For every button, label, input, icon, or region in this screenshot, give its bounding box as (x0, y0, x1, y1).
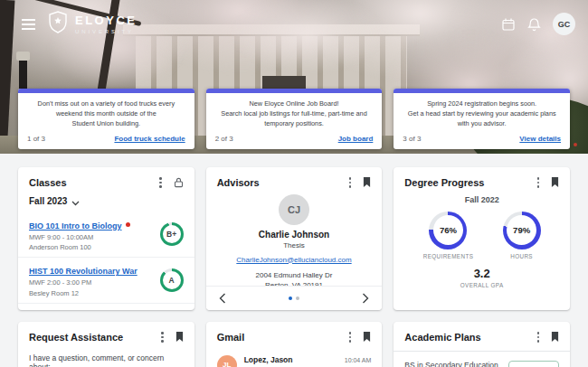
advisor-email-link[interactable]: CharlieJohnson@elluciancloud.com (236, 256, 351, 264)
class-row: ENG 200 Creative Writing TTH 10:00 - 11:… (18, 303, 194, 310)
carousel-dot[interactable] (289, 296, 292, 300)
chevron-left-icon[interactable] (219, 293, 226, 304)
card-title: Advisors (217, 177, 347, 188)
class-row: BIO 101 Intro to Biology MWF 9:00 - 10:0… (18, 212, 194, 258)
advisor-carousel (206, 286, 383, 310)
grade-value: A (163, 271, 181, 289)
request-assistance-card: Request Assistance I have a question, co… (18, 322, 194, 367)
announcement-card-2: New Eloyce Online Job Board! Search loca… (206, 89, 383, 149)
menu-icon[interactable] (22, 19, 35, 30)
photo-decoration (0, 0, 14, 154)
card-header: Gmail (206, 322, 383, 348)
progress-ring: 79% (503, 212, 541, 249)
announcement-text: Spring 2024 registration begins soon. Ge… (394, 93, 570, 131)
top-bar: ELOYCE UNIVERSITY GC (22, 11, 575, 37)
classes-card: Classes Fall 2023 BIO 101 Intro to Biolo… (18, 167, 194, 310)
carousel-dot[interactable] (296, 296, 299, 300)
announcement-card-1: Don't miss out on a variety of food truc… (18, 89, 194, 149)
plan-action-button[interactable] (508, 361, 559, 367)
announcement-line: with you advisor. (397, 119, 566, 129)
bell-icon[interactable] (527, 17, 541, 32)
food-truck-schedule-link[interactable]: Food truck schedule (114, 135, 185, 143)
kebab-menu-icon[interactable] (157, 175, 164, 190)
plan-name: BS in Secondary Education and (404, 361, 499, 367)
bookmark-icon[interactable] (175, 332, 184, 342)
card-header: Request Assistance (18, 322, 194, 348)
advisors-card: Advisors CJ Charlie Johnson Thesis Charl… (206, 167, 383, 310)
hours-progress: 79% HOURS (503, 212, 541, 259)
advisor-role: Thesis (206, 241, 383, 249)
announcement-text: New Eloyce Online Job Board! Search loca… (206, 93, 383, 131)
address-line: 2004 Edmund Halley Dr (206, 270, 383, 281)
announcement-line: Don't miss out on a variety of food truc… (22, 99, 191, 109)
requirements-progress: 76% REQUIREMENTS (423, 212, 474, 259)
lock-icon[interactable] (174, 177, 184, 188)
card-title: Academic Plans (404, 332, 535, 343)
announcement-line: Get a head start by reviewing your acade… (397, 109, 566, 119)
gpa-label: OVERALL GPA (394, 282, 570, 288)
alert-dot-icon (126, 222, 130, 227)
bookmark-icon[interactable] (551, 177, 559, 187)
grade-ring: B+ (160, 222, 184, 246)
view-details-link[interactable]: View details (519, 135, 561, 143)
class-room: Besley Room 12 (29, 289, 153, 299)
progress-label: HOURS (503, 253, 541, 259)
announcement-line: Search local job listings for full-time,… (210, 109, 379, 119)
announcement-line: Spring 2024 registration begins soon. (397, 99, 566, 109)
term-selector[interactable]: Fall 2023 (18, 193, 194, 212)
card-title: Classes (29, 177, 157, 188)
announcement-line: weekend this month outside of the (22, 109, 191, 119)
kebab-menu-icon[interactable] (347, 330, 354, 344)
kebab-menu-icon[interactable] (536, 175, 542, 190)
email-row[interactable]: JL Lopez, Jason 10:04 AM NEW Financial A… (206, 348, 383, 367)
progress-value: 79% (507, 215, 536, 245)
progress-label: REQUIREMENTS (423, 253, 474, 259)
class-link[interactable]: HIST 100 Revolutionary War (29, 267, 138, 276)
class-room: Anderson Room 100 (29, 243, 153, 253)
gpa-value: 3.2 (394, 267, 570, 280)
bookmark-icon[interactable] (551, 332, 559, 342)
card-header: Academic Plans (394, 322, 570, 348)
grade-ring: A (160, 268, 184, 292)
campus-photo: ELOYCE UNIVERSITY GC (0, 0, 588, 154)
grade-value: B+ (163, 225, 181, 243)
term-label: Fall 2023 (29, 196, 67, 206)
kebab-menu-icon[interactable] (159, 330, 166, 344)
dashboard-grid: Classes Fall 2023 BIO 101 Intro to Biolo… (0, 154, 588, 367)
calendar-icon[interactable] (501, 17, 516, 32)
announcement-line: Student Union building. (22, 119, 191, 129)
brand: ELOYCE UNIVERSITY (48, 11, 137, 37)
bookmark-icon[interactable] (363, 332, 371, 342)
card-title: Gmail (217, 332, 347, 343)
kebab-menu-icon[interactable] (536, 330, 542, 344)
bookmark-icon[interactable] (363, 177, 371, 187)
advisor-avatar: CJ (279, 194, 309, 225)
academic-plans-card: Academic Plans BS in Secondary Education… (394, 322, 570, 367)
card-header: Advisors (206, 167, 383, 193)
class-link[interactable]: BIO 101 Intro to Biology (29, 221, 122, 231)
class-row: HIST 100 Revolutionary War MWF 2:00 - 3:… (18, 257, 194, 303)
chevron-right-icon[interactable] (362, 293, 369, 304)
card-title: Degree Progress (404, 177, 535, 188)
announcement-line: temporary positions. (210, 119, 379, 129)
progress-ring: 76% (429, 212, 467, 249)
brand-tagline: UNIVERSITY (75, 29, 137, 34)
degree-progress-card: Degree Progress Fall 2022 76% REQUIREMEN… (394, 167, 570, 310)
class-schedule: MWF 2:00 - 3:00 PM (29, 278, 153, 288)
announcement-text: Don't miss out on a variety of food truc… (18, 93, 194, 131)
top-right-actions: GC (501, 13, 575, 35)
kebab-menu-icon[interactable] (347, 175, 354, 190)
sender-name: Lopez, Jason (244, 355, 293, 364)
plan-row: BS in Secondary Education and (394, 352, 570, 367)
announcement-row: Don't miss out on a variety of food truc… (18, 89, 570, 149)
announcement-footer: 1 of 3 Food truck schedule (18, 131, 194, 149)
page-indicator: 3 of 3 (403, 135, 421, 143)
degree-rings: 76% REQUIREMENTS 79% HOURS (394, 212, 570, 259)
user-avatar[interactable]: GC (553, 13, 575, 35)
announcement-footer: 3 of 3 View details (394, 131, 570, 149)
job-board-link[interactable]: Job board (338, 135, 374, 143)
card-header: Classes (18, 167, 194, 193)
announcement-line: New Eloyce Online Job Board! (210, 99, 379, 109)
request-prompt: I have a question, comment, or concern a… (18, 348, 194, 367)
photo-decoration (574, 143, 577, 146)
